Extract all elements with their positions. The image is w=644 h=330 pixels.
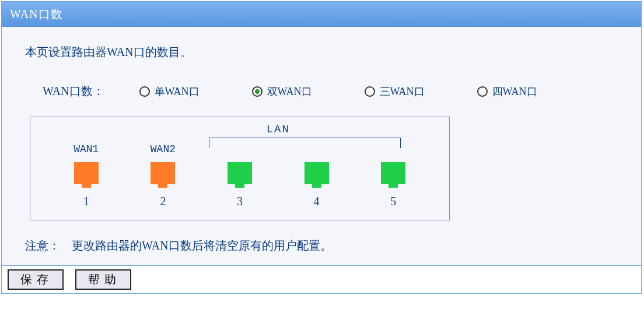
help-button[interactable]: 帮助 bbox=[75, 269, 131, 290]
radio-option-triple-wan[interactable]: 三WAN口 bbox=[365, 85, 425, 99]
port-number: 2 bbox=[160, 195, 166, 208]
port-slot-5: 5 bbox=[361, 143, 425, 208]
ethernet-port-icon bbox=[228, 162, 252, 184]
panel-content: 本页设置路由器WAN口的数目。 WAN口数： 单WAN口 双WAN口 三WAN口 bbox=[2, 27, 641, 265]
ethernet-port-icon bbox=[74, 162, 99, 184]
button-bar: 保存 帮助 bbox=[2, 265, 641, 293]
save-button[interactable]: 保存 bbox=[8, 269, 64, 290]
radio-label: 四WAN口 bbox=[492, 85, 537, 99]
note-row: 注意： 更改路由器的WAN口数后将清空原有的用户配置。 bbox=[25, 238, 618, 254]
port-number: 5 bbox=[390, 195, 396, 208]
ethernet-port-icon bbox=[150, 162, 175, 184]
radio-option-quad-wan[interactable]: 四WAN口 bbox=[477, 85, 537, 99]
ethernet-port-icon bbox=[381, 162, 405, 184]
wan-count-panel: WAN口数 本页设置路由器WAN口的数目。 WAN口数： 单WAN口 双WAN口… bbox=[1, 1, 642, 294]
radio-option-dual-wan[interactable]: 双WAN口 bbox=[252, 85, 312, 99]
port-slot-4: 4 bbox=[285, 143, 349, 208]
radio-icon bbox=[477, 86, 488, 97]
ports-container: LAN WAN1 1 WAN2 2 3 bbox=[48, 126, 432, 208]
lan-group-label: LAN bbox=[267, 123, 290, 136]
wan-count-radio-row: WAN口数： 单WAN口 双WAN口 三WAN口 四WAN口 bbox=[25, 83, 618, 99]
panel-title: WAN口数 bbox=[2, 2, 641, 27]
port-slot-2: WAN2 2 bbox=[131, 143, 195, 208]
port-number: 1 bbox=[83, 195, 89, 208]
port-top-label: WAN1 bbox=[74, 143, 99, 156]
page-description: 本页设置路由器WAN口的数目。 bbox=[25, 44, 618, 60]
ethernet-port-icon bbox=[304, 162, 329, 184]
lan-bracket-icon bbox=[209, 138, 401, 148]
port-number: 3 bbox=[237, 195, 243, 208]
wan-count-options: 单WAN口 双WAN口 三WAN口 四WAN口 bbox=[139, 85, 537, 99]
radio-label: 双WAN口 bbox=[267, 85, 312, 99]
note-prefix: 注意： bbox=[25, 238, 60, 254]
radio-icon bbox=[139, 86, 150, 97]
radio-option-single-wan[interactable]: 单WAN口 bbox=[139, 85, 200, 99]
port-slot-1: WAN1 1 bbox=[54, 143, 118, 208]
note-text: 更改路由器的WAN口数后将清空原有的用户配置。 bbox=[72, 238, 332, 254]
radio-label: 三WAN口 bbox=[380, 85, 425, 99]
port-slot-3: 3 bbox=[208, 143, 272, 208]
port-top-label: WAN2 bbox=[150, 143, 176, 156]
ports-diagram: LAN WAN1 1 WAN2 2 3 bbox=[30, 117, 450, 220]
port-number: 4 bbox=[314, 195, 320, 208]
wan-count-label: WAN口数： bbox=[43, 83, 104, 99]
radio-label: 单WAN口 bbox=[155, 85, 200, 99]
radio-icon bbox=[252, 86, 262, 97]
radio-icon bbox=[365, 86, 375, 97]
